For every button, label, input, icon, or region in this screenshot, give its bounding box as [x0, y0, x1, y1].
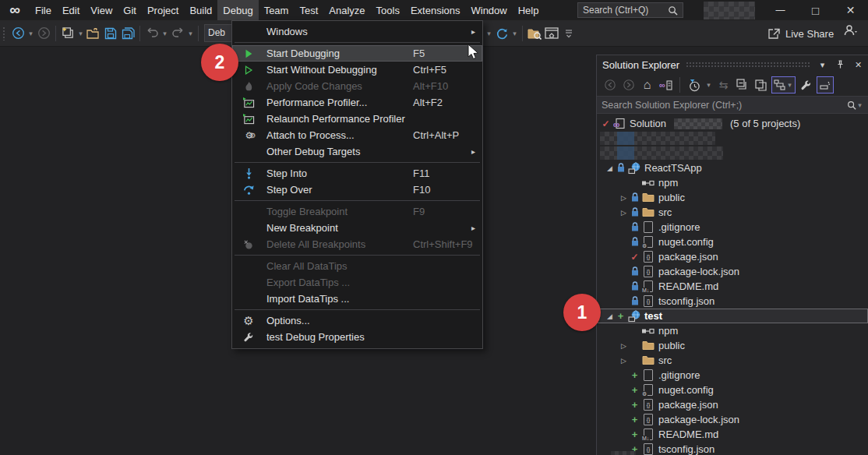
collapse-all-button[interactable]	[734, 77, 750, 93]
panel-close-icon[interactable]: ✕	[852, 58, 865, 72]
menu-extensions[interactable]: Extensions	[405, 0, 466, 20]
maximize-button[interactable]: □	[798, 0, 833, 20]
run-target-caret-icon[interactable]: ▾	[485, 30, 493, 37]
menu-item-step-into[interactable]: Step Into F11	[232, 165, 482, 182]
tree-item-test-project[interactable]: ◢ + test	[597, 309, 868, 323]
switch-views-button[interactable]: ∞	[658, 77, 674, 93]
find-in-files-button[interactable]	[526, 24, 543, 43]
new-project-button[interactable]	[59, 24, 76, 43]
undo-button[interactable]	[143, 24, 161, 43]
menu-item-clear-all-datatips[interactable]: Clear All DataTips	[232, 258, 482, 274]
menu-tools[interactable]: Tools	[371, 0, 405, 20]
undo-caret-icon[interactable]: ▾	[161, 30, 169, 37]
menu-item-windows[interactable]: Windows ▸	[232, 23, 482, 40]
tree-item-nuget-config[interactable]: ⚙ nuget.config	[597, 235, 868, 249]
menu-view[interactable]: View	[85, 0, 118, 20]
menu-team[interactable]: Team	[259, 0, 295, 20]
menu-file[interactable]: File	[30, 0, 57, 20]
filter-caret-icon[interactable]: ▾	[704, 81, 713, 89]
menu-analyze[interactable]: Analyze	[323, 0, 370, 20]
tree-item-package-json[interactable]: + {} package.json	[597, 397, 868, 412]
menu-item-new-breakpoint[interactable]: New Breakpoint ▸	[232, 220, 482, 236]
new-project-caret-icon[interactable]: ▾	[76, 30, 85, 37]
menu-item-apply-code-changes[interactable]: Apply Code Changes Alt+F10	[232, 78, 482, 94]
sync-with-active-document-toggle[interactable]: ▾	[771, 76, 796, 93]
live-share-button[interactable]: Live Share	[767, 24, 834, 43]
expander-expanded-icon[interactable]: ◢	[605, 164, 615, 172]
pin-icon[interactable]	[834, 58, 847, 72]
refresh-button[interactable]	[493, 24, 510, 43]
feedback-button[interactable]	[843, 24, 858, 40]
tree-item-src[interactable]: ▷ src	[597, 353, 868, 368]
expander-collapsed-icon[interactable]: ▷	[619, 194, 629, 202]
panel-menu-caret-icon[interactable]: ▾	[816, 58, 829, 72]
tree-item-redacted[interactable]	[597, 146, 868, 160]
menu-test[interactable]: Test	[294, 0, 323, 20]
tree-item-npm[interactable]: npm	[597, 323, 868, 338]
menu-help[interactable]: Help	[513, 0, 545, 20]
expander-collapsed-icon[interactable]: ▷	[619, 342, 629, 350]
tree-item-redacted[interactable]	[597, 131, 868, 146]
sync-caret-icon[interactable]: ▾	[786, 81, 793, 89]
menu-build[interactable]: Build	[184, 0, 217, 20]
menu-item-attach-to-process[interactable]: ⚙⚙ Attach to Process... Ctrl+Alt+P	[232, 127, 482, 143]
save-button[interactable]	[102, 24, 119, 43]
tree-item-reacttsapp[interactable]: ◢ ReactTSApp	[597, 160, 868, 175]
pending-changes-filter-button[interactable]	[686, 77, 702, 93]
sync-button[interactable]: ⇆	[715, 77, 732, 93]
tree-item-readme-md[interactable]: + M↓ README.md	[597, 427, 868, 442]
menu-window[interactable]: Window	[465, 0, 512, 20]
tree-item-readme-md[interactable]: M↓ README.md	[597, 279, 868, 294]
menu-item-options[interactable]: ⚙ Options...	[232, 312, 482, 329]
tree-item-solution[interactable]: ✓ ∞ Solution (5 of 5 projects)	[597, 116, 868, 131]
expander-expanded-icon[interactable]: ◢	[605, 312, 615, 320]
menu-item-start-debugging[interactable]: Start Debugging F5	[232, 45, 482, 62]
menu-git[interactable]: Git	[118, 0, 142, 20]
menu-item-delete-all-breakpoints[interactable]: Delete All Breakpoints Ctrl+Shift+F9	[232, 236, 482, 252]
tree-item-public[interactable]: ▷ public	[597, 338, 868, 353]
tree-item-gitignore[interactable]: .gitignore	[597, 220, 868, 235]
navigate-forward-button[interactable]	[35, 24, 52, 43]
menu-edit[interactable]: Edit	[57, 0, 85, 20]
expander-collapsed-icon[interactable]: ▷	[619, 209, 629, 217]
navigate-backward-button[interactable]	[9, 24, 26, 43]
preview-selected-items-toggle[interactable]	[817, 76, 834, 93]
menu-item-relaunch-performance-profiler[interactable]: Relaunch Performance Profiler	[232, 111, 482, 127]
tree-item-package-lock-json[interactable]: {} package-lock.json	[597, 264, 868, 279]
tree-item-package-lock-json[interactable]: + {} package-lock.json	[597, 412, 868, 427]
window-layout-button[interactable]	[543, 24, 560, 43]
minimize-button[interactable]: —	[763, 0, 798, 20]
solution-explorer-search-input[interactable]: Search Solution Explorer (Ctrl+;) ▾	[597, 96, 868, 114]
menu-debug[interactable]: Debug	[217, 0, 258, 20]
refresh-caret-icon[interactable]: ▾	[510, 30, 519, 37]
tree-item-public[interactable]: ▷ public	[597, 190, 868, 205]
se-forward-button[interactable]	[620, 77, 637, 93]
search-options-caret-icon[interactable]: ▾	[856, 101, 863, 109]
menu-item-performance-profiler[interactable]: Performance Profiler... Alt+F2	[232, 94, 482, 111]
save-all-button[interactable]	[119, 24, 136, 43]
menu-item-toggle-breakpoint[interactable]: Toggle Breakpoint F9	[232, 203, 482, 220]
redo-button[interactable]	[169, 24, 186, 43]
menu-item-start-without-debugging[interactable]: Start Without Debugging Ctrl+F5	[232, 62, 482, 78]
tree-item-npm[interactable]: npm	[597, 175, 868, 190]
se-home-button[interactable]: ⌂	[639, 77, 655, 93]
expander-collapsed-icon[interactable]: ▷	[619, 357, 629, 365]
show-all-files-button[interactable]	[753, 77, 769, 93]
tree-item-package-json[interactable]: ✓ {} package.json	[597, 249, 868, 264]
tree-item-tsconfig-json[interactable]: {} tsconfig.json	[597, 294, 868, 309]
properties-button[interactable]	[798, 77, 814, 93]
menu-item-test-debug-properties[interactable]: test Debug Properties	[232, 329, 482, 345]
global-search-input[interactable]: Search (Ctrl+Q)	[577, 2, 683, 18]
navigate-backward-caret-icon[interactable]: ▾	[26, 30, 35, 37]
tree-item-tsconfig-json[interactable]: + {} tsconfig.json	[597, 442, 868, 455]
tree-item-src[interactable]: ▷ src	[597, 205, 868, 220]
toolbar-options-button[interactable]	[560, 24, 577, 43]
menu-item-export-datatips[interactable]: Export DataTips ...	[232, 274, 482, 291]
menu-item-other-debug-targets[interactable]: Other Debug Targets ▸	[232, 143, 482, 160]
menu-item-step-over[interactable]: Step Over F10	[232, 182, 482, 198]
tree-item-nuget-config[interactable]: + ⚙ nuget.config	[597, 383, 868, 397]
panel-drag-handle[interactable]	[686, 62, 810, 69]
close-button[interactable]: ✕	[833, 0, 868, 20]
open-file-button[interactable]	[85, 24, 102, 43]
tree-item-gitignore[interactable]: + .gitignore	[597, 368, 868, 383]
